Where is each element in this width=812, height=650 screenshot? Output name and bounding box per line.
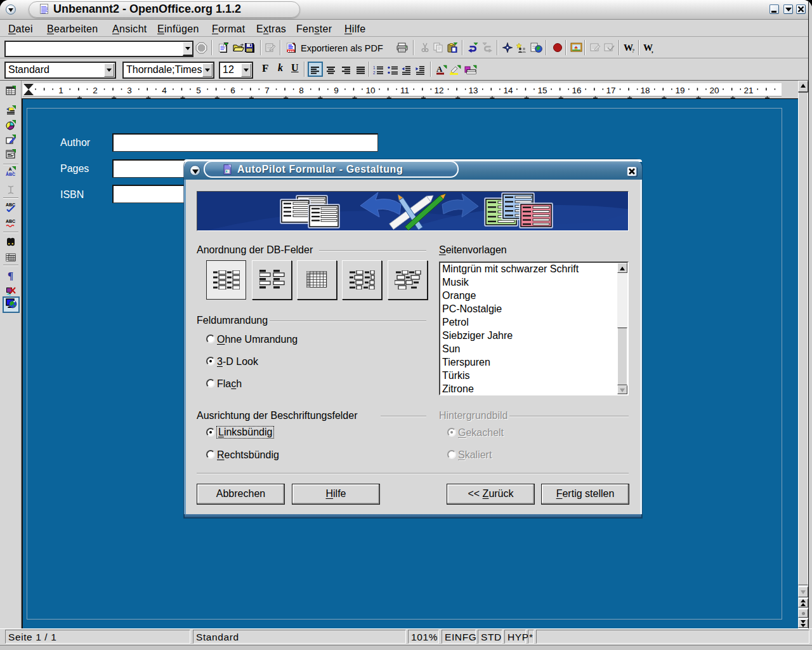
svg-text:15: 15 (537, 86, 547, 95)
svg-text:3: 3 (127, 86, 132, 95)
svg-text:21: 21 (743, 86, 753, 95)
svg-text:13: 13 (468, 86, 478, 95)
svg-text:5: 5 (196, 86, 201, 95)
svg-text:?: ? (632, 48, 634, 53)
svg-text:7: 7 (265, 86, 270, 95)
svg-text:2: 2 (93, 86, 98, 95)
svg-text:ABC: ABC (6, 219, 15, 223)
svg-text:9: 9 (334, 86, 339, 95)
svg-text:20: 20 (709, 86, 719, 95)
svg-text:4: 4 (162, 86, 167, 95)
svg-text:6: 6 (230, 86, 235, 95)
svg-text:A: A (436, 65, 443, 74)
svg-text:10: 10 (365, 86, 375, 95)
svg-text:1: 1 (373, 65, 376, 70)
svg-text:18: 18 (640, 86, 650, 95)
svg-text:A: A (9, 167, 12, 171)
svg-text:19: 19 (675, 86, 684, 95)
svg-text:¶: ¶ (8, 270, 13, 281)
svg-text:,: , (652, 46, 653, 53)
svg-text:14: 14 (503, 86, 513, 95)
svg-text:2: 2 (373, 70, 376, 75)
svg-text:1: 1 (58, 86, 63, 95)
svg-text:12: 12 (434, 86, 443, 95)
svg-text:16: 16 (572, 86, 581, 95)
svg-text:17: 17 (606, 86, 615, 95)
svg-text:11: 11 (400, 86, 409, 95)
svg-text:8: 8 (299, 86, 304, 95)
